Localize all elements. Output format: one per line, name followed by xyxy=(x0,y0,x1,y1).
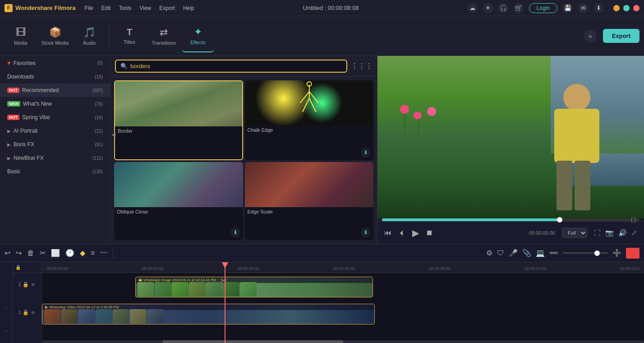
delete-button[interactable]: 🗑 xyxy=(27,249,34,257)
effect-card-chalk-edge[interactable]: ⬇ Chalk Edge xyxy=(245,80,374,160)
export-button[interactable]: Export xyxy=(603,29,639,43)
track2-eye-icon[interactable]: 👁 xyxy=(31,282,36,287)
quality-select[interactable]: Full 1/2 1/4 xyxy=(562,228,587,238)
menu-edit[interactable]: Edit xyxy=(101,5,111,11)
sidebar-item-basic[interactable]: Basic (130) xyxy=(0,165,110,178)
settings-icon[interactable]: ⚙ xyxy=(486,249,492,257)
preview-panel: { } ⏮ ⏴ ▶ ⏹ 00:00:05:06 Full 1/2 1/4 ⛶ 📷… xyxy=(377,56,644,244)
step-back-button[interactable]: ⏴ xyxy=(398,229,405,237)
cloud-icon[interactable]: ☁ xyxy=(468,3,478,13)
toolbar-media[interactable]: 🎞 Media xyxy=(5,20,37,52)
fullscreen-icon[interactable]: ⛶ xyxy=(594,229,601,237)
sidebar-item-borisfx[interactable]: ▶ Boris FX (91) xyxy=(0,138,110,151)
effects-label: Effects xyxy=(190,40,205,45)
track1-clip[interactable]: ▶ WhatsApp Video 2022-04-12 at 2.09.56 P… xyxy=(42,304,375,324)
menu-export[interactable]: Export xyxy=(159,5,175,11)
oblique-close-download-icon[interactable]: ⬇ xyxy=(230,227,240,237)
thumb4 xyxy=(189,282,205,297)
waveform-button[interactable]: 〰 xyxy=(100,249,107,257)
effect-card-oblique-close[interactable]: ⬇ Oblique Close xyxy=(114,162,243,240)
sidebar-item-downloads[interactable]: Downloads (15) xyxy=(0,70,110,83)
add-track-row1: + xyxy=(0,296,12,320)
thumb2 xyxy=(155,282,171,297)
track-add-icon[interactable]: + xyxy=(5,306,7,310)
crop-button[interactable]: ⬜ xyxy=(51,249,60,257)
menu-tools[interactable]: Tools xyxy=(119,5,131,11)
sidebar-item-springvibe[interactable]: HOT Spring Vibe (16) xyxy=(0,111,110,124)
track-add-icon-2[interactable]: + xyxy=(5,329,7,334)
menu-help[interactable]: Help xyxy=(183,5,194,11)
timer-button[interactable]: 🕐 xyxy=(65,249,74,257)
chalk-edge-download-icon[interactable]: ⬇ xyxy=(361,148,371,158)
timeline-scroll-area: 00:00:00:00 00:00:02:00 00:00:04:00 00:0… xyxy=(42,262,644,343)
zoom-in-icon[interactable]: ➕ xyxy=(612,249,621,257)
track1-lock-icon[interactable]: 🔒 xyxy=(23,310,29,315)
search-input[interactable] xyxy=(130,63,342,70)
zoom-slider[interactable] xyxy=(563,252,608,254)
progress-bar[interactable]: { } xyxy=(382,218,639,221)
headphone-icon[interactable]: 🎧 xyxy=(498,3,508,13)
timeline-main: + + 🔒 2 🔒 👁 1 🔒 👁 xyxy=(0,262,644,343)
save-icon[interactable]: 💾 xyxy=(563,3,573,13)
track2-lock-icon[interactable]: 🔒 xyxy=(23,282,29,287)
track1-eye-icon[interactable]: 👁 xyxy=(31,310,36,315)
oblique-close-label: Oblique Close xyxy=(114,207,243,216)
toolbar-stock[interactable]: 📦 Stock Media xyxy=(39,20,71,52)
effect-card-edge-scale[interactable]: ⬇ Edge Scale xyxy=(245,162,374,240)
track2-clip[interactable]: 🏔 WhatsApp Image 2022-04-11 at 12.13.41 … xyxy=(135,277,373,297)
toolbar-transitions[interactable]: ⇄ Transitions xyxy=(147,20,180,52)
progress-thumb[interactable] xyxy=(557,217,562,222)
menu-view[interactable]: View xyxy=(139,5,151,11)
menu-file[interactable]: File xyxy=(84,5,93,11)
audio-adjust-button[interactable]: ≡ xyxy=(91,249,95,257)
effect-card-border[interactable]: Border xyxy=(114,80,243,160)
login-button[interactable]: Login xyxy=(529,3,557,13)
sun-icon[interactable]: ☀ xyxy=(483,3,493,13)
sidebar-item-recommended[interactable]: HOT Recommended (107) xyxy=(0,83,110,97)
sidebar-item-favorites[interactable]: ♥ Favorites (0) xyxy=(0,56,110,70)
volume-icon[interactable]: 🔊 xyxy=(618,229,627,237)
zoom-out-icon[interactable]: ➖ xyxy=(549,249,558,257)
screenshot-icon[interactable]: 📷 xyxy=(605,229,614,237)
mail-icon[interactable]: ✉ xyxy=(578,3,588,13)
shield-icon[interactable]: 🛡 xyxy=(497,249,504,257)
newbluefx-count: (112) xyxy=(92,156,103,161)
media-label: Media xyxy=(14,40,28,46)
ruler-mark-2: 00:00:04:00 xyxy=(238,266,259,271)
sidebar-item-newbluefx[interactable]: ▶ NewBlue FX (112) xyxy=(0,151,110,165)
heart-icon: ♥ xyxy=(7,60,11,66)
scissors-icon: ✂ xyxy=(221,276,227,286)
edge-scale-download-icon[interactable]: ⬇ xyxy=(361,227,371,237)
play-button[interactable]: ▶ xyxy=(412,227,419,238)
sidebar: ♥ Favorites (0) Downloads (15) HOT Recom… xyxy=(0,56,110,244)
download-icon[interactable]: ⬇ xyxy=(593,3,603,13)
transitions-label: Transitions xyxy=(152,40,175,46)
transitions-icon: ⇄ xyxy=(160,27,168,38)
cart-icon[interactable]: 🛒 xyxy=(514,3,524,13)
mic-icon[interactable]: 🎤 xyxy=(509,249,518,257)
redo-button[interactable]: ↪ xyxy=(16,249,22,257)
minimize-button[interactable]: — xyxy=(613,5,620,11)
toolbar-more-button[interactable]: » xyxy=(584,30,597,42)
screen-record-icon[interactable]: 💻 xyxy=(536,249,545,257)
rewind-button[interactable]: ⏮ xyxy=(384,229,391,237)
timeline: ↩ ↪ 🗑 ✂ ⬜ 🕐 ◆ ≡ 〰 ⚙ 🛡 🎤 📎 💻 ➖ ➕ + xyxy=(0,244,644,343)
sidebar-item-whatsnew[interactable]: NEW What's New (76) xyxy=(0,97,110,111)
stop-button[interactable]: ⏹ xyxy=(426,229,433,237)
marker-button[interactable]: ◆ xyxy=(80,249,85,257)
clip-icon[interactable]: 📎 xyxy=(522,249,531,257)
close-button[interactable]: ✕ xyxy=(633,5,639,11)
sidebar-item-aiportrait[interactable]: ▶ AI Portrait (21) xyxy=(0,124,110,138)
cut-button[interactable]: ✂ xyxy=(40,249,46,257)
h-scrollbar[interactable] xyxy=(42,340,644,343)
toolbar-effects[interactable]: ✦ Effects xyxy=(182,20,214,52)
toolbar-titles[interactable]: T Titles xyxy=(113,20,146,52)
timeline-right-controls: ⚙ 🛡 🎤 📎 💻 ➖ ➕ xyxy=(486,248,639,259)
undo-button[interactable]: ↩ xyxy=(5,249,10,257)
thumb7 xyxy=(240,282,257,297)
toolbar-audio[interactable]: 🎵 Audio xyxy=(73,20,106,52)
maximize-button[interactable]: □ xyxy=(623,5,630,11)
ruler-header: 🔒 xyxy=(13,262,41,273)
grid-view-icon[interactable]: ⋮⋮⋮ xyxy=(351,62,373,70)
expand-icon[interactable]: ⤢ xyxy=(631,229,637,237)
